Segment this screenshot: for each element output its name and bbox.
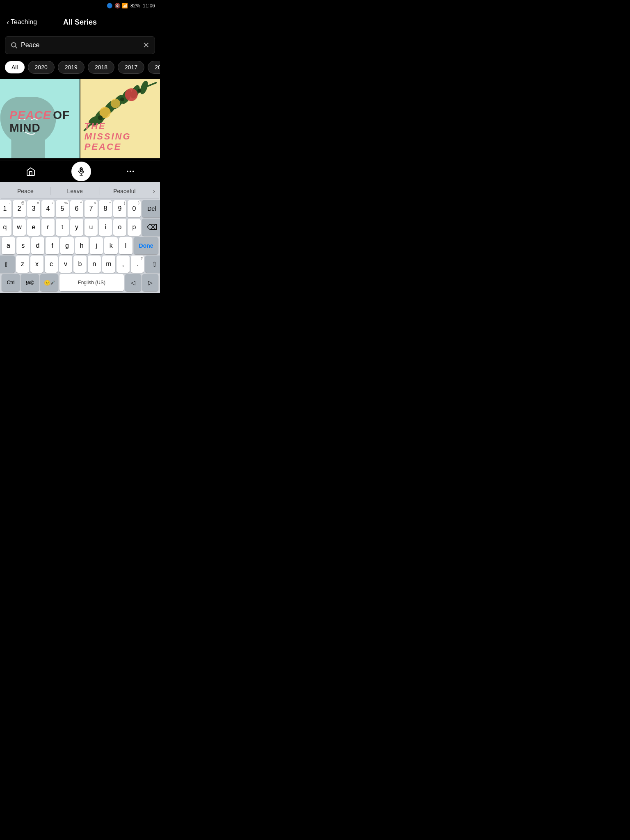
key-8[interactable]: *8 <box>99 200 112 217</box>
key-f[interactable]: f <box>46 237 59 254</box>
filter-chip-2016[interactable]: 2016 <box>148 61 160 74</box>
special-key[interactable]: !#© <box>21 274 39 291</box>
key-c[interactable]: c <box>45 256 58 273</box>
key-d[interactable]: d <box>31 237 45 254</box>
key-m[interactable]: m <box>102 256 115 273</box>
key-i[interactable]: i <box>99 219 112 236</box>
key-t[interactable]: t <box>56 219 69 236</box>
svg-point-14 <box>137 89 142 93</box>
key-1[interactable]: -1 <box>0 200 11 217</box>
suggestions-more-arrow[interactable]: › <box>149 185 159 197</box>
filter-chip-2020[interactable]: 2020 <box>28 61 55 74</box>
arrow-right-key[interactable]: ▷ <box>142 274 158 291</box>
the-text: THE <box>84 121 156 131</box>
page-title: All Series <box>63 18 97 27</box>
key-l[interactable]: l <box>119 237 132 254</box>
back-button[interactable]: ‹ Teaching <box>7 18 37 27</box>
space-key[interactable]: English (US) <box>59 274 124 291</box>
svg-rect-19 <box>81 169 82 169</box>
key-a[interactable]: a <box>2 237 15 254</box>
key-4[interactable]: /4 <box>41 200 55 217</box>
filter-chip-2019[interactable]: 2019 <box>58 61 84 74</box>
arrow-left-key[interactable]: ◁ <box>125 274 141 291</box>
key-rows: -1 @2 #3 /4 %5 ^6 &7 *8 (9 )0 Del q w e … <box>1 199 159 292</box>
key-b[interactable]: b <box>73 256 87 273</box>
key-u[interactable]: u <box>84 219 98 236</box>
svg-rect-18 <box>80 170 81 170</box>
voice-button[interactable] <box>71 162 91 181</box>
more-button[interactable] <box>127 171 134 172</box>
key-comma[interactable]: , <box>116 256 130 273</box>
filter-chip-all[interactable]: All <box>5 61 25 73</box>
svg-point-0 <box>11 43 16 47</box>
series-grid: PEACE OF MIND <box>0 77 160 160</box>
zxcv-row: ⇧ z x c v b n m , ?. ⇧ <box>2 256 158 273</box>
emoji-key[interactable]: 🙂🎤 <box>40 274 58 291</box>
search-input[interactable] <box>21 41 143 49</box>
key-w[interactable]: w <box>13 219 26 236</box>
svg-line-1 <box>15 46 17 48</box>
key-g[interactable]: g <box>60 237 74 254</box>
back-arrow-icon: ‹ <box>7 18 9 27</box>
key-p[interactable]: p <box>128 219 141 236</box>
svg-point-12 <box>98 115 103 120</box>
backspace-key[interactable]: ⌫ <box>142 219 160 236</box>
key-y[interactable]: y <box>70 219 83 236</box>
word-suggestions-bar: Peace Leave Peaceful › <box>1 184 159 199</box>
shift-right-icon: ⇧ <box>152 260 157 268</box>
key-2[interactable]: @2 <box>13 200 26 217</box>
backspace-icon: ⌫ <box>147 223 157 232</box>
key-j[interactable]: j <box>90 237 103 254</box>
key-5[interactable]: %5 <box>56 200 69 217</box>
filter-chip-2018[interactable]: 2018 <box>88 61 114 74</box>
key-period[interactable]: ?. <box>131 256 144 273</box>
key-7[interactable]: &7 <box>84 200 98 217</box>
peace-text: PEACE <box>9 109 51 121</box>
asdf-row: a s d f g h j k l Done <box>2 237 158 254</box>
clear-search-button[interactable]: ✕ <box>143 40 150 50</box>
svg-rect-20 <box>80 168 81 169</box>
key-3[interactable]: #3 <box>27 200 40 217</box>
svg-point-10 <box>111 98 120 108</box>
key-e[interactable]: e <box>27 219 40 236</box>
keyboard: Peace Leave Peaceful › -1 @2 #3 /4 %5 ^6… <box>0 182 160 293</box>
key-h[interactable]: h <box>75 237 89 254</box>
suggestion-peaceful[interactable]: Peaceful <box>100 185 149 197</box>
peace-text2: PEACE <box>84 142 156 152</box>
key-9[interactable]: (9 <box>113 200 126 217</box>
time: 11:06 <box>143 3 155 9</box>
done-key[interactable]: Done <box>134 237 158 254</box>
ctrl-key[interactable]: Ctrl <box>2 274 20 291</box>
key-v[interactable]: v <box>59 256 72 273</box>
key-z[interactable]: z <box>16 256 29 273</box>
qwerty-row: q w e r t y u i o p ⌫ <box>2 219 158 236</box>
bottom-nav <box>0 160 160 182</box>
svg-point-13 <box>120 98 124 102</box>
series-card-missing-peace[interactable]: THE MISSING PEACE <box>80 79 160 158</box>
key-x[interactable]: x <box>30 256 43 273</box>
status-bar: 🔵 🔇 📶 82% 11:06 <box>0 0 160 11</box>
del-key[interactable]: Del <box>142 200 160 217</box>
filter-chip-2017[interactable]: 2017 <box>118 61 144 74</box>
shift-icon: ⇧ <box>3 260 9 268</box>
key-q[interactable]: q <box>0 219 11 236</box>
series-card-peace-of-mind[interactable]: PEACE OF MIND <box>0 79 80 158</box>
search-icon <box>10 41 18 49</box>
suggestion-peace[interactable]: Peace <box>1 185 50 197</box>
key-k[interactable]: k <box>104 237 118 254</box>
key-n[interactable]: n <box>88 256 101 273</box>
key-s[interactable]: s <box>16 237 30 254</box>
key-0[interactable]: )0 <box>128 200 141 217</box>
search-bar: ✕ <box>5 36 155 54</box>
suggestion-leave[interactable]: Leave <box>50 185 100 197</box>
bottom-row: Ctrl !#© 🙂🎤 English (US) ◁ ▷ <box>2 274 158 291</box>
key-o[interactable]: o <box>113 219 126 236</box>
shift-key-right[interactable]: ⇧ <box>145 256 160 273</box>
filter-row: All 2020 2019 2018 2017 2016 2015 2014 2… <box>0 57 160 77</box>
shift-key[interactable]: ⇧ <box>0 256 15 273</box>
home-button[interactable] <box>26 167 36 176</box>
key-r[interactable]: r <box>41 219 55 236</box>
key-6[interactable]: ^6 <box>70 200 83 217</box>
back-label: Teaching <box>11 18 37 26</box>
svg-point-11 <box>125 88 138 101</box>
